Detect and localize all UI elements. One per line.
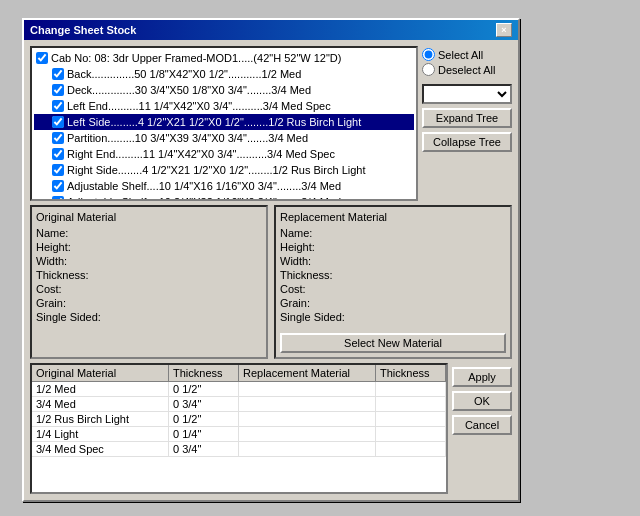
materials-section: Original Material Name: Height: Width: T…	[30, 205, 512, 359]
table-header-cell: Original Material	[32, 365, 169, 381]
tree-item[interactable]: Deck..............30 3/4"X50 1/8"X0 3/4"…	[34, 82, 414, 98]
table-row[interactable]: 1/4 Light0 1/4"	[32, 427, 446, 442]
dialog-title: Change Sheet Stock	[30, 24, 136, 36]
replacement-material-box: Replacement Material Name: Height: Width…	[274, 205, 512, 359]
repl-thickness-cell	[376, 412, 446, 426]
tree-item[interactable]: Partition.........10 3/4"X39 3/4"X0 3/4"…	[34, 130, 414, 146]
apply-button[interactable]: Apply	[452, 367, 512, 387]
repl-thickness-label: Thickness:	[280, 269, 333, 281]
tree-item[interactable]: Back..............50 1/8"X42"X0 1/2"....…	[34, 66, 414, 82]
tree-item-label: Left Side.........4 1/2"X21 1/2"X0 1/2".…	[67, 115, 361, 129]
orig-material-cell: 1/2 Rus Birch Light	[32, 412, 169, 426]
orig-cost-label: Cost:	[36, 283, 62, 295]
repl-grain-label: Grain:	[280, 297, 310, 309]
table-header-cell: Thickness	[376, 365, 446, 381]
tree-item-label: Right Side........4 1/2"X21 1/2"X0 1/2".…	[67, 163, 366, 177]
collapse-tree-button[interactable]: Collapse Tree	[422, 132, 512, 152]
table-header: Original MaterialThicknessReplacement Ma…	[32, 365, 446, 382]
orig-height-label: Height:	[36, 241, 71, 253]
orig-name-label: Name:	[36, 227, 68, 239]
tree-item[interactable]: Right Side........4 1/2"X21 1/2"X0 1/2".…	[34, 162, 414, 178]
tree-item[interactable]: Right End.........11 1/4"X42"X0 3/4"....…	[34, 146, 414, 162]
orig-thickness-cell: 0 1/2"	[169, 412, 239, 426]
repl-name-label: Name:	[280, 227, 312, 239]
ok-button[interactable]: OK	[452, 391, 512, 411]
orig-material-cell: 3/4 Med Spec	[32, 442, 169, 456]
right-controls: Select All Deselect All Expand Tree Coll…	[422, 46, 512, 201]
repl-material-cell	[239, 412, 376, 426]
table-row[interactable]: 3/4 Med Spec0 3/4"	[32, 442, 446, 457]
change-sheet-stock-dialog: Change Sheet Stock × Cab No: 08: 3dr Upp…	[22, 18, 520, 502]
select-new-material-button[interactable]: Select New Material	[280, 333, 506, 353]
dropdown-select[interactable]	[422, 84, 512, 104]
repl-thickness-cell	[376, 442, 446, 456]
material-table: Original MaterialThicknessReplacement Ma…	[30, 363, 448, 494]
title-bar: Change Sheet Stock ×	[24, 20, 518, 40]
repl-material-cell	[239, 442, 376, 456]
tree-item-label: Cab No: 08: 3dr Upper Framed-MOD1.....(4…	[51, 51, 341, 65]
expand-tree-button[interactable]: Expand Tree	[422, 108, 512, 128]
orig-material-cell: 3/4 Med	[32, 397, 169, 411]
table-body[interactable]: 1/2 Med0 1/2"3/4 Med0 3/4"1/2 Rus Birch …	[32, 382, 446, 492]
tree-item-label: Right End.........11 1/4"X42"X0 3/4"....…	[67, 147, 335, 161]
table-header-cell: Replacement Material	[239, 365, 376, 381]
table-row[interactable]: 1/2 Rus Birch Light0 1/2"	[32, 412, 446, 427]
table-row[interactable]: 1/2 Med0 1/2"	[32, 382, 446, 397]
original-material-title: Original Material	[36, 211, 262, 223]
tree-item[interactable]: Adjustable Shelf....10 1/4"X16 1/16"X0 3…	[34, 178, 414, 194]
orig-material-cell: 1/4 Light	[32, 427, 169, 441]
orig-material-cell: 1/2 Med	[32, 382, 169, 396]
tree-item-label: Deck..............30 3/4"X50 1/8"X0 3/4"…	[67, 83, 311, 97]
orig-thickness-cell: 0 1/2"	[169, 382, 239, 396]
tree-item[interactable]: Cab No: 08: 3dr Upper Framed-MOD1.....(4…	[34, 50, 414, 66]
repl-width-label: Width:	[280, 255, 311, 267]
repl-material-cell	[239, 382, 376, 396]
replacement-material-title: Replacement Material	[280, 211, 506, 223]
tree-item-label: Adjustable Shelf....10 3/4"X33 1/16"X0 3…	[67, 195, 341, 201]
tree-item[interactable]: Left End..........11 1/4"X42"X0 3/4"....…	[34, 98, 414, 114]
orig-thickness-cell: 0 1/4"	[169, 427, 239, 441]
repl-single-sided-label: Single Sided:	[280, 311, 345, 323]
orig-grain-label: Grain:	[36, 297, 66, 309]
table-row[interactable]: 3/4 Med0 3/4"	[32, 397, 446, 412]
bottom-section: Original MaterialThicknessReplacement Ma…	[30, 363, 512, 494]
select-all-label: Select All	[438, 49, 483, 61]
orig-thickness-label: Thickness:	[36, 269, 89, 281]
repl-thickness-cell	[376, 397, 446, 411]
close-button[interactable]: ×	[496, 23, 512, 37]
repl-cost-label: Cost:	[280, 283, 306, 295]
table-header-cell: Thickness	[169, 365, 239, 381]
original-material-box: Original Material Name: Height: Width: T…	[30, 205, 268, 359]
tree-item-label: Adjustable Shelf....10 1/4"X16 1/16"X0 3…	[67, 179, 341, 193]
tree-item-label: Partition.........10 3/4"X39 3/4"X0 3/4"…	[67, 131, 308, 145]
repl-thickness-cell	[376, 427, 446, 441]
orig-thickness-cell: 0 3/4"	[169, 442, 239, 456]
orig-width-label: Width:	[36, 255, 67, 267]
tree-item[interactable]: Adjustable Shelf....10 3/4"X33 1/16"X0 3…	[34, 194, 414, 201]
deselect-all-label: Deselect All	[438, 64, 495, 76]
repl-material-cell	[239, 397, 376, 411]
action-buttons-panel: Apply OK Cancel	[452, 363, 512, 494]
tree-panel[interactable]: Cab No: 08: 3dr Upper Framed-MOD1.....(4…	[30, 46, 418, 201]
tree-item-label: Back..............50 1/8"X42"X0 1/2"....…	[67, 67, 301, 81]
tree-item[interactable]: Left Side.........4 1/2"X21 1/2"X0 1/2".…	[34, 114, 414, 130]
repl-thickness-cell	[376, 382, 446, 396]
cancel-button[interactable]: Cancel	[452, 415, 512, 435]
orig-thickness-cell: 0 3/4"	[169, 397, 239, 411]
select-all-radio[interactable]	[422, 48, 435, 61]
orig-single-sided-label: Single Sided:	[36, 311, 101, 323]
tree-item-label: Left End..........11 1/4"X42"X0 3/4"....…	[67, 99, 331, 113]
repl-material-cell	[239, 427, 376, 441]
repl-height-label: Height:	[280, 241, 315, 253]
deselect-all-radio[interactable]	[422, 63, 435, 76]
